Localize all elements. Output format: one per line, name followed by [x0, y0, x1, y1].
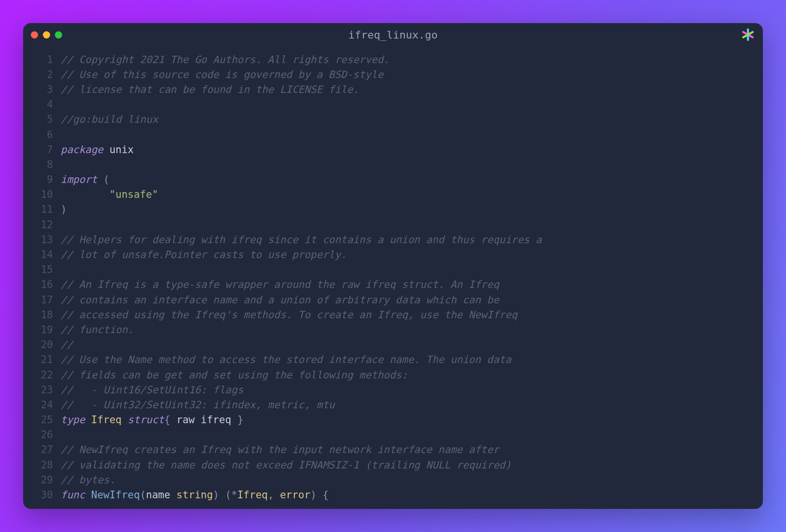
line-number: 26	[23, 429, 61, 441]
line-number: 8	[23, 159, 61, 170]
code-line[interactable]: 11)	[23, 202, 763, 217]
line-number: 28	[23, 459, 61, 471]
line-content: package unix	[61, 144, 134, 156]
line-content: // bytes.	[61, 474, 116, 486]
code-line[interactable]: 15	[23, 262, 763, 277]
asterisk-logo-icon	[742, 28, 754, 41]
code-line[interactable]: 13// Helpers for dealing with ifreq sinc…	[23, 232, 763, 247]
line-content: // function.	[61, 324, 134, 336]
line-number: 17	[23, 294, 61, 306]
code-line[interactable]: 20//	[23, 337, 763, 352]
code-line[interactable]: 24// - Uint32/SetUint32: ifindex, metric…	[23, 397, 763, 412]
line-number: 21	[23, 354, 61, 365]
code-line[interactable]: 18// accessed using the Ifreq's methods.…	[23, 307, 763, 322]
line-number: 20	[23, 339, 61, 350]
line-content: // Helpers for dealing with ifreq since …	[61, 234, 542, 246]
line-number: 18	[23, 309, 61, 321]
line-content: // validating the name does not exceed I…	[61, 459, 511, 471]
code-line[interactable]: 5//go:build linux	[23, 112, 763, 127]
line-number: 25	[23, 414, 61, 426]
line-number: 7	[23, 144, 61, 156]
code-line[interactable]: 19// function.	[23, 322, 763, 337]
line-number: 9	[23, 174, 61, 185]
line-number: 19	[23, 324, 61, 336]
code-line[interactable]: 1// Copyright 2021 The Go Authors. All r…	[23, 52, 763, 67]
code-line[interactable]: 16// An Ifreq is a type-safe wrapper aro…	[23, 277, 763, 292]
code-line[interactable]: 22// fields can be get and set using the…	[23, 367, 763, 382]
line-number: 12	[23, 219, 61, 231]
line-number: 3	[23, 84, 61, 95]
titlebar: ifreq_linux.go	[23, 23, 763, 46]
line-content: // - Uint32/SetUint32: ifindex, metric, …	[61, 399, 335, 411]
code-line[interactable]: 4	[23, 97, 763, 112]
line-content: import (	[61, 174, 109, 185]
code-line[interactable]: 10 "unsafe"	[23, 187, 763, 202]
line-content: "unsafe"	[61, 189, 158, 200]
line-number: 5	[23, 114, 61, 125]
line-number: 30	[23, 489, 61, 501]
line-content: //	[61, 339, 73, 350]
code-line[interactable]: 12	[23, 217, 763, 232]
code-line[interactable]: 17// contains an interface name and a un…	[23, 292, 763, 307]
line-content: func NewIfreq(name string) (*Ifreq, erro…	[61, 489, 328, 501]
line-content: // license that can be found in the LICE…	[61, 84, 359, 95]
code-line[interactable]: 29// bytes.	[23, 472, 763, 487]
code-line[interactable]: 25type Ifreq struct{ raw ifreq }	[23, 413, 763, 428]
code-line[interactable]: 30func NewIfreq(name string) (*Ifreq, er…	[23, 487, 763, 502]
maximize-icon[interactable]	[55, 31, 62, 39]
line-number: 15	[23, 264, 61, 275]
line-content: // lot of unsafe.Pointer casts to use pr…	[61, 249, 347, 260]
line-content: // - Uint16/SetUint16: flags	[61, 384, 243, 396]
line-content: type Ifreq struct{ raw ifreq }	[61, 414, 243, 426]
code-line[interactable]: 23// - Uint16/SetUint16: flags	[23, 382, 763, 397]
close-icon[interactable]	[31, 31, 38, 39]
line-number: 6	[23, 129, 61, 141]
code-line[interactable]: 3// license that can be found in the LIC…	[23, 82, 763, 97]
code-line[interactable]: 6	[23, 127, 763, 142]
line-number: 23	[23, 384, 61, 396]
line-number: 24	[23, 399, 61, 411]
line-content: // An Ifreq is a type-safe wrapper aroun…	[61, 279, 499, 290]
code-line[interactable]: 21// Use the Name method to access the s…	[23, 352, 763, 367]
line-number: 29	[23, 474, 61, 486]
line-number: 10	[23, 189, 61, 200]
code-line[interactable]: 26	[23, 428, 763, 442]
line-number: 22	[23, 369, 61, 381]
line-content: // Use the Name method to access the sto…	[61, 354, 511, 365]
line-content: // contains an interface name and a unio…	[61, 294, 499, 306]
line-content: // Copyright 2021 The Go Authors. All ri…	[61, 54, 390, 65]
code-line[interactable]: 14// lot of unsafe.Pointer casts to use …	[23, 247, 763, 262]
line-number: 4	[23, 99, 61, 110]
line-number: 2	[23, 69, 61, 80]
code-line[interactable]: 8	[23, 157, 763, 172]
line-number: 11	[23, 204, 61, 215]
line-number: 13	[23, 234, 61, 246]
code-editor[interactable]: 1// Copyright 2021 The Go Authors. All r…	[23, 46, 763, 509]
line-content: // Use of this source code is governed b…	[61, 69, 383, 80]
line-content: //go:build linux	[61, 114, 158, 125]
line-content: // fields can be get and set using the f…	[61, 369, 408, 381]
editor-window: ifreq_linux.go 1// Copyright 2021 The Go…	[23, 23, 763, 509]
line-content: // accessed using the Ifreq's methods. T…	[61, 309, 517, 321]
line-number: 1	[23, 54, 61, 65]
code-line[interactable]: 27// NewIfreq creates an Ifreq with the …	[23, 442, 763, 457]
code-line[interactable]: 28// validating the name does not exceed…	[23, 457, 763, 472]
line-content: // NewIfreq creates an Ifreq with the in…	[61, 444, 499, 455]
traffic-lights	[31, 31, 62, 39]
line-number: 27	[23, 444, 61, 455]
line-content: )	[61, 204, 67, 215]
minimize-icon[interactable]	[43, 31, 50, 39]
code-line[interactable]: 2// Use of this source code is governed …	[23, 67, 763, 82]
window-title: ifreq_linux.go	[348, 29, 437, 41]
line-number: 16	[23, 279, 61, 290]
code-line[interactable]: 7package unix	[23, 142, 763, 157]
code-line[interactable]: 9import (	[23, 172, 763, 187]
line-number: 14	[23, 249, 61, 260]
